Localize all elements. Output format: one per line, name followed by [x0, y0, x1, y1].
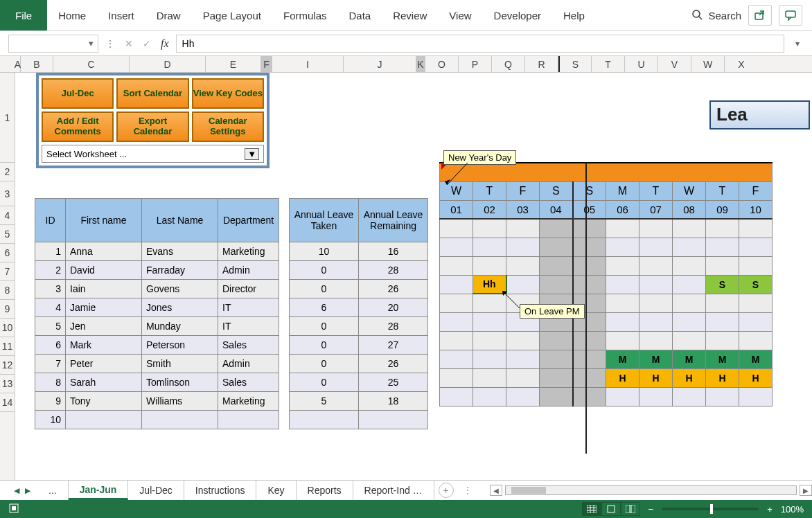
calendar-cell[interactable] [506, 219, 540, 238]
calendar-cell[interactable] [739, 294, 773, 312]
calendar-cell[interactable] [506, 350, 540, 368]
cell-firstname[interactable]: David [66, 261, 142, 280]
calendar-cell[interactable] [473, 312, 506, 331]
cell-id[interactable]: 8 [35, 373, 66, 392]
table-row[interactable]: 028 [290, 317, 428, 336]
row-4[interactable]: 4 [0, 206, 15, 225]
cell-id[interactable]: 2 [35, 261, 66, 280]
ribbon-tab-home[interactable]: Home [47, 0, 97, 30]
calendar-cell[interactable] [440, 312, 473, 331]
calendar-cell[interactable] [573, 387, 606, 406]
table-row[interactable]: 025 [290, 373, 428, 392]
cells-area[interactable]: Jul-Dec Sort Calendar View Key Codes Add… [15, 73, 812, 480]
sheet-nav-right-icon[interactable]: ▶ [25, 486, 30, 495]
calendar-cell[interactable] [739, 331, 773, 350]
calendar-row[interactable] [440, 387, 773, 406]
zoom-in-button[interactable]: + [767, 504, 773, 515]
name-box[interactable]: ▾ [8, 35, 98, 53]
calendar-cell[interactable] [440, 219, 473, 238]
cell-id[interactable]: 3 [35, 280, 66, 298]
calendar-cell[interactable] [540, 256, 573, 275]
ribbon-tab-data[interactable]: Data [337, 0, 382, 30]
calendar-cell[interactable] [706, 294, 739, 312]
calendar-cell[interactable] [440, 387, 473, 406]
cell-dept[interactable]: Sales [218, 336, 279, 355]
sheet-tab-instructions[interactable]: Instructions [184, 481, 257, 500]
cell-taken[interactable]: 0 [290, 317, 359, 336]
search-button[interactable]: Search [691, 9, 741, 22]
calendar-cell[interactable]: S [739, 275, 773, 294]
calendar-row[interactable] [440, 238, 773, 256]
table-row[interactable]: 518 [290, 392, 428, 411]
col-Q[interactable]: Q [492, 56, 525, 72]
calendar-cell[interactable] [573, 350, 606, 368]
col-F[interactable]: F [261, 56, 272, 72]
calendar-cell[interactable] [473, 387, 506, 406]
btn-export-calendar[interactable]: Export Calendar [116, 111, 188, 142]
cell-taken[interactable]: 0 [290, 355, 359, 373]
cell-taken[interactable]: 10 [290, 242, 359, 261]
calendar-cell[interactable] [540, 275, 573, 294]
col-J[interactable]: J [344, 56, 416, 72]
cell-remaining[interactable]: 27 [359, 336, 428, 355]
view-pagelayout-button[interactable] [601, 502, 621, 516]
calendar-cell[interactable] [673, 312, 706, 331]
calendar-cell[interactable] [673, 275, 706, 294]
col-K[interactable]: K [416, 56, 425, 72]
calendar-cell[interactable]: M [639, 350, 673, 368]
share-button[interactable] [748, 5, 772, 26]
cell-firstname[interactable]: Jamie [66, 298, 142, 317]
sheet-tab-reports[interactable]: Reports [297, 481, 353, 500]
calendar-cell[interactable] [739, 256, 773, 275]
calendar-cell[interactable] [440, 368, 473, 387]
table-row[interactable]: 5JenMundayIT [35, 317, 279, 336]
table-row[interactable]: 026 [290, 280, 428, 298]
calendar-cell[interactable]: M [673, 350, 706, 368]
row-14[interactable]: 14 [0, 393, 15, 412]
view-normal-button[interactable] [582, 502, 601, 516]
calendar-cell[interactable] [739, 387, 773, 406]
record-macro-icon[interactable] [8, 503, 19, 516]
cell-dept[interactable]: Admin [218, 261, 279, 280]
col-T[interactable]: T [592, 56, 625, 72]
cell-lastname[interactable]: Govens [142, 280, 218, 298]
col-A[interactable]: A [15, 56, 21, 72]
ribbon-tab-view[interactable]: View [438, 0, 482, 30]
cell-firstname[interactable]: Peter [66, 355, 142, 373]
cell-lastname[interactable]: Tomlinson [142, 373, 218, 392]
ribbon-tab-pagelayout[interactable]: Page Layout [192, 0, 272, 30]
btn-juldec[interactable]: Jul-Dec [42, 78, 114, 109]
table-row[interactable]: 4JamieJonesIT [35, 298, 279, 317]
calendar-cell[interactable] [673, 238, 706, 256]
calendar-cell[interactable] [573, 256, 606, 275]
sheet-tab-key[interactable]: Key [256, 481, 296, 500]
cell-lastname[interactable]: Williams [142, 392, 218, 411]
calendar-cell[interactable] [639, 256, 673, 275]
cell-firstname[interactable]: Mark [66, 336, 142, 355]
calendar-cell[interactable] [606, 275, 639, 294]
calendar-cell[interactable] [673, 387, 706, 406]
table-row[interactable]: 028 [290, 261, 428, 280]
cell-id[interactable]: 1 [35, 242, 66, 261]
fx-icon[interactable]: fx [161, 37, 169, 50]
calendar-cell[interactable] [606, 219, 639, 238]
calendar-cell[interactable] [639, 294, 673, 312]
table-row[interactable] [290, 411, 428, 429]
calendar-cell[interactable] [606, 312, 639, 331]
cell-lastname[interactable]: Munday [142, 317, 218, 336]
calendar-cell[interactable]: H [673, 368, 706, 387]
calendar-cell[interactable] [540, 368, 573, 387]
add-sheet-button[interactable]: + [439, 483, 454, 498]
calendar-cell[interactable] [673, 256, 706, 275]
cell-lastname[interactable]: Farraday [142, 261, 218, 280]
calendar-cell[interactable] [506, 331, 540, 350]
more-icon[interactable]: ⋮ [105, 38, 115, 49]
cell-lastname[interactable]: Jones [142, 298, 218, 317]
calendar-cell[interactable] [473, 350, 506, 368]
calendar-cell[interactable] [473, 219, 506, 238]
calendar-cell[interactable]: H [639, 368, 673, 387]
calendar-cell[interactable] [606, 294, 639, 312]
calendar-cell[interactable] [606, 256, 639, 275]
calendar-cell[interactable] [573, 368, 606, 387]
ribbon-tab-developer[interactable]: Developer [483, 0, 552, 30]
